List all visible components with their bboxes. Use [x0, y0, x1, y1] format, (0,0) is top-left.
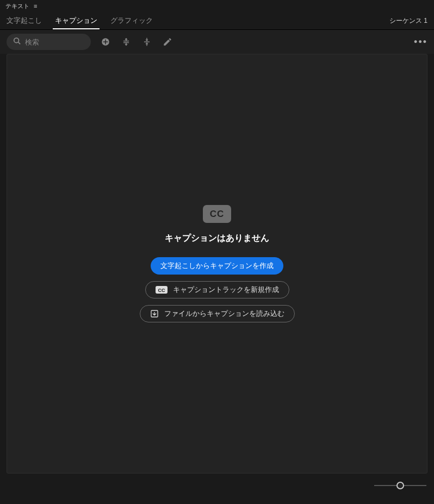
toolbar: ••• — [0, 30, 434, 54]
footer — [0, 474, 434, 497]
svg-text:CC: CC — [158, 288, 165, 293]
empty-actions: 文字起こしからキャプションを作成 CC キャプショントラックを新規作成 ファイル… — [140, 257, 295, 322]
cc-small-icon: CC — [156, 286, 168, 294]
create-caption-track-button[interactable]: CC キャプショントラックを新規作成 — [145, 281, 289, 298]
edit-icon[interactable] — [162, 36, 173, 48]
zoom-slider[interactable] — [374, 481, 426, 490]
create-from-transcript-button[interactable]: 文字起こしからキャプションを作成 — [151, 257, 283, 275]
panel-menu-icon[interactable]: ≡ — [34, 3, 37, 9]
sequence-label[interactable]: シーケンス 1 — [389, 16, 434, 26]
panel-title-bar: テキスト ≡ — [0, 0, 434, 12]
zoom-thumb[interactable] — [396, 482, 404, 489]
tabs-row: 文字起こし キャプション グラフィック シーケンス 1 — [0, 12, 434, 30]
more-options-icon[interactable]: ••• — [414, 36, 427, 48]
tab-transcribe[interactable]: 文字起こし — [0, 12, 48, 29]
tab-graphics[interactable]: グラフィック — [104, 12, 159, 29]
add-caption-icon[interactable] — [100, 36, 111, 48]
import-caption-file-button[interactable]: ファイルからキャプションを読み込む — [140, 305, 295, 322]
panel-title: テキスト — [5, 2, 29, 10]
import-file-icon — [150, 309, 159, 318]
tabs-container: 文字起こし キャプション グラフィック — [0, 12, 159, 29]
empty-state-title: キャプションはありません — [165, 233, 269, 244]
merge-caption-icon[interactable] — [141, 36, 153, 48]
button-label: キャプショントラックを新規作成 — [173, 285, 279, 295]
tab-captions[interactable]: キャプション — [48, 12, 104, 29]
toolbar-left — [7, 34, 173, 50]
split-caption-icon[interactable] — [120, 36, 132, 48]
search-icon — [13, 37, 21, 47]
search-box[interactable] — [7, 34, 91, 50]
svg-point-0 — [14, 38, 19, 43]
button-label: 文字起こしからキャプションを作成 — [160, 261, 274, 271]
svg-line-1 — [18, 42, 21, 45]
button-label: ファイルからキャプションを読み込む — [164, 309, 284, 319]
cc-badge-icon: CC — [203, 205, 231, 223]
captions-empty-area: CC キャプションはありません 文字起こしからキャプションを作成 CC キャプシ… — [7, 54, 427, 474]
